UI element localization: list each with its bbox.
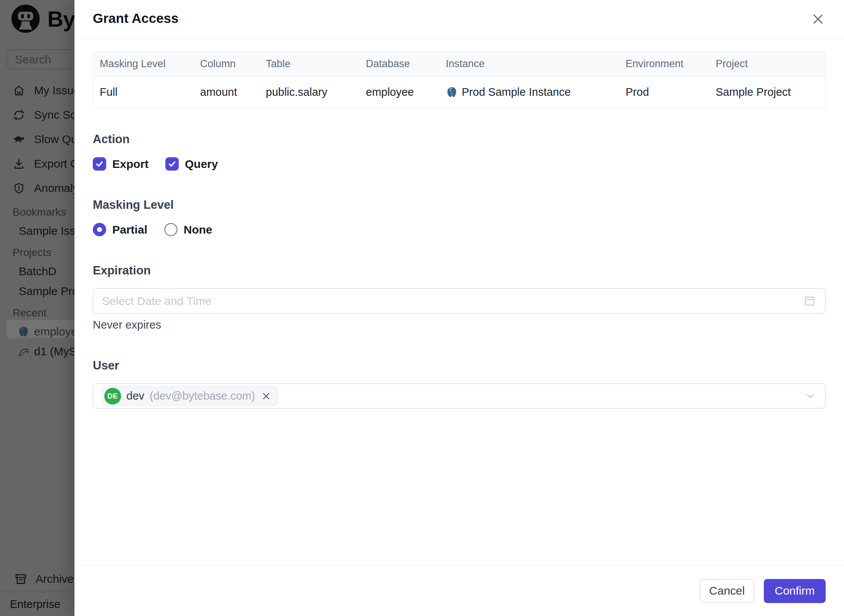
remove-user-button[interactable] (260, 390, 272, 402)
col-header-masking-level: Masking Level (93, 52, 194, 77)
modal-body: Masking Level Column Table Database Inst… (74, 39, 844, 565)
cell-table: public.salary (259, 77, 359, 108)
checkbox-checked-icon (165, 157, 179, 171)
col-header-environment: Environment (619, 52, 709, 77)
user-tag: DE dev (dev@bytebase.com) (102, 386, 278, 406)
checkbox-checked-icon (93, 157, 106, 171)
close-icon (811, 12, 825, 26)
modal-backdrop[interactable] (0, 0, 74, 616)
masking-level-heading: Masking Level (93, 198, 826, 212)
masking-level-options: Partial None (93, 223, 826, 236)
table-header-row: Masking Level Column Table Database Inst… (93, 52, 825, 77)
never-expires-note: Never expires (93, 319, 826, 331)
partial-radio[interactable]: Partial (93, 223, 147, 236)
user-heading: User (93, 359, 826, 373)
action-heading: Action (93, 132, 826, 146)
confirm-button[interactable]: Confirm (764, 579, 826, 603)
expiration-heading: Expiration (93, 264, 826, 277)
user-select[interactable]: DE dev (dev@bytebase.com) (93, 383, 826, 409)
user-name: dev (126, 390, 144, 402)
export-label: Export (112, 158, 149, 171)
grant-summary-table: Masking Level Column Table Database Inst… (93, 51, 826, 108)
none-label: None (184, 223, 212, 236)
col-header-project: Project (709, 52, 825, 77)
action-options: Export Query (93, 157, 826, 171)
expiration-date-input[interactable]: Select Date and Time (93, 288, 826, 314)
chevron-down-icon (804, 390, 817, 402)
postgres-icon (446, 86, 458, 98)
col-header-instance: Instance (439, 52, 619, 77)
radio-unselected-icon (164, 223, 178, 236)
modal-title: Grant Access (93, 11, 178, 26)
partial-label: Partial (112, 223, 147, 236)
instance-name: Prod Sample Instance (462, 86, 571, 98)
cell-masking-level: Full (93, 77, 194, 108)
query-label: Query (185, 158, 218, 171)
col-header-table: Table (259, 52, 359, 77)
col-header-database: Database (359, 52, 439, 77)
modal-header: Grant Access (74, 0, 844, 39)
table-row: Full amount public.salary employee Prod … (93, 77, 825, 108)
cell-environment: Prod (619, 77, 709, 108)
calendar-icon[interactable] (803, 294, 817, 308)
date-input-placeholder: Select Date and Time (102, 295, 803, 308)
close-icon (261, 391, 271, 401)
cell-column: amount (194, 77, 259, 108)
col-header-column: Column (194, 52, 259, 77)
grant-access-modal: Grant Access Masking Level Column Table … (74, 0, 844, 616)
cell-project: Sample Project (709, 77, 825, 108)
cell-database: employee (359, 77, 439, 108)
app-screen: Bytebase Search My Issues Sync Schema Sl… (0, 0, 844, 616)
none-radio[interactable]: None (164, 223, 212, 236)
cancel-button[interactable]: Cancel (700, 579, 754, 603)
avatar: DE (104, 388, 121, 405)
modal-footer: Cancel Confirm (74, 565, 844, 616)
user-email: (dev@bytebase.com) (150, 390, 255, 402)
export-checkbox[interactable]: Export (93, 157, 149, 171)
close-button[interactable] (809, 10, 827, 28)
query-checkbox[interactable]: Query (165, 157, 218, 171)
cell-instance: Prod Sample Instance (439, 77, 619, 108)
radio-selected-icon (93, 223, 106, 236)
